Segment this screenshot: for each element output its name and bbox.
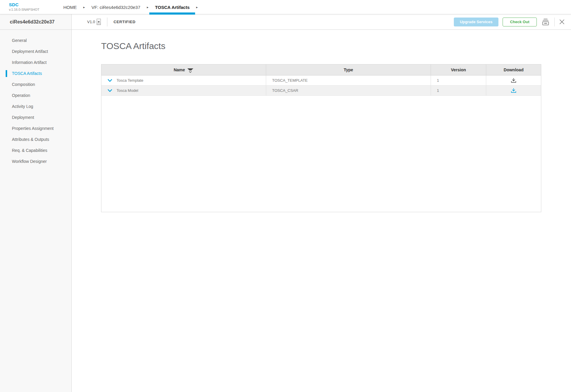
breadcrumb-tab-tosca-artifacts[interactable]: TOSCA Artifacts (149, 0, 195, 14)
sidebar-item-req-capabilities[interactable]: Req. & Capabilities (0, 145, 71, 156)
artifact-version: 1 (437, 88, 439, 93)
sidebar-item-deployment-artifact[interactable]: Deployment Artifact (0, 46, 71, 57)
sidebar-item-composition[interactable]: Composition (0, 79, 71, 90)
breadcrumb-arrow-icon: ▸ (195, 0, 199, 14)
cell-version: 1 (431, 86, 486, 95)
expand-row-button[interactable] (108, 89, 112, 92)
download-icon (511, 88, 516, 93)
column-header-download[interactable]: Download (486, 64, 541, 75)
sidebar-item-information-artifact[interactable]: Information Artifact (0, 57, 71, 68)
sort-filter-icon (187, 68, 194, 73)
upgrade-services-button[interactable]: Upgrade Services (454, 18, 498, 26)
sidebar-item-operation[interactable]: Operation (0, 90, 71, 101)
column-download-label: Download (504, 67, 524, 72)
column-header-version[interactable]: Version (431, 64, 486, 75)
artifact-type: TOSCA_CSAR (272, 88, 298, 93)
column-header-type[interactable]: Type (266, 64, 431, 75)
app-logo: SDC v.1.16.0-SNAPSHOT (9, 2, 40, 12)
entity-name: ciRes4e6d32c20e37 (10, 19, 54, 25)
breadcrumb-arrow-icon: ▸ (146, 0, 150, 14)
top-nav-bar: SDC v.1.16.0-SNAPSHOT HOME ▸ VF: ciRes4e… (0, 0, 571, 14)
breadcrumb: HOME ▸ VF: ciRes4e6d32c20e37 ▸ TOSCA Art… (58, 0, 199, 14)
toolbar-divider (107, 18, 107, 26)
artifact-name: Tosca Model (117, 88, 138, 93)
close-button[interactable] (559, 19, 564, 24)
sidebar-item-attributes-outputs[interactable]: Attributes & Outputs (0, 134, 71, 145)
entity-toolbar: V1.0 CERTIFIED Upgrade Services Check Ou… (72, 14, 571, 29)
column-version-label: Version (451, 67, 466, 72)
artifact-type: TOSCA_TEMPLATE (272, 78, 308, 83)
breadcrumb-tosca-label: TOSCA Artifacts (155, 5, 189, 10)
chevron-down-icon (108, 89, 112, 92)
page-title: TOSCA Artifacts (101, 41, 165, 51)
table-row: Tosca Model TOSCA_CSAR 1 (101, 86, 541, 96)
dropdown-arrow-icon (98, 21, 100, 23)
breadcrumb-arrow-icon: ▸ (82, 0, 86, 14)
print-icon (542, 18, 550, 26)
app-version-text: v.1.16.0-SNAPSHOT (9, 8, 40, 12)
cell-type: TOSCA_CSAR (266, 86, 431, 95)
print-button[interactable] (542, 18, 550, 26)
download-button[interactable] (511, 78, 516, 83)
version-value: V1.0 (87, 20, 95, 24)
table-row: Tosca Template TOSCA_TEMPLATE 1 (101, 75, 541, 86)
cell-name: Tosca Template (101, 75, 266, 85)
sidebar-item-workflow-designer[interactable]: Workflow Designer (0, 156, 71, 167)
artifact-name: Tosca Template (117, 78, 143, 83)
breadcrumb-vf-label: VF: ciRes4e6d32c20e37 (92, 5, 140, 10)
sidebar-item-activity-log[interactable]: Activity Log (0, 101, 71, 112)
breadcrumb-tab-home[interactable]: HOME (58, 0, 82, 14)
sidebar-menu: General Deployment Artifact Information … (0, 30, 72, 392)
breadcrumb-tab-vf[interactable]: VF: ciRes4e6d32c20e37 (86, 0, 146, 14)
table-header-row: Name Type Version Download (101, 64, 541, 75)
cell-download (486, 75, 541, 85)
column-name-label: Name (174, 67, 185, 72)
cell-name: Tosca Model (101, 86, 266, 95)
main-content: TOSCA Artifacts Name Type Version Do (72, 30, 571, 392)
chevron-down-icon (108, 79, 112, 82)
sidebar-item-tosca-artifacts[interactable]: TOSCA Artifacts (0, 68, 71, 79)
sdc-app-window: SDC v.1.16.0-SNAPSHOT HOME ▸ VF: ciRes4e… (0, 0, 571, 392)
artifact-version: 1 (437, 78, 439, 83)
expand-row-button[interactable] (108, 79, 112, 82)
cell-version: 1 (431, 75, 486, 85)
download-button[interactable] (511, 88, 516, 93)
check-out-button[interactable]: Check Out (503, 18, 537, 26)
tosca-artifacts-table: Name Type Version Download (101, 64, 541, 212)
sidebar-item-deployment[interactable]: Deployment (0, 112, 71, 123)
column-header-name[interactable]: Name (101, 64, 266, 75)
toolbar-actions: Upgrade Services Check Out (454, 18, 564, 26)
lifecycle-state-badge: CERTIFIED (114, 20, 136, 24)
cell-type: TOSCA_TEMPLATE (266, 75, 431, 85)
entity-title-box: ciRes4e6d32c20e37 (0, 14, 72, 29)
toolbar-divider (554, 18, 555, 26)
entity-header-band: ciRes4e6d32c20e37 V1.0 CERTIFIED Upgrade… (0, 14, 571, 30)
cell-download (486, 86, 541, 95)
column-type-label: Type (344, 67, 353, 72)
app-logo-text: SDC (9, 2, 40, 7)
version-dropdown[interactable] (97, 19, 101, 25)
active-tab-underline (149, 12, 195, 15)
sidebar-item-properties-assignment[interactable]: Properties Assignment (0, 123, 71, 134)
breadcrumb-home-label: HOME (63, 5, 77, 10)
sidebar-item-general[interactable]: General (0, 35, 71, 46)
download-icon (511, 78, 516, 83)
close-icon (559, 19, 564, 24)
